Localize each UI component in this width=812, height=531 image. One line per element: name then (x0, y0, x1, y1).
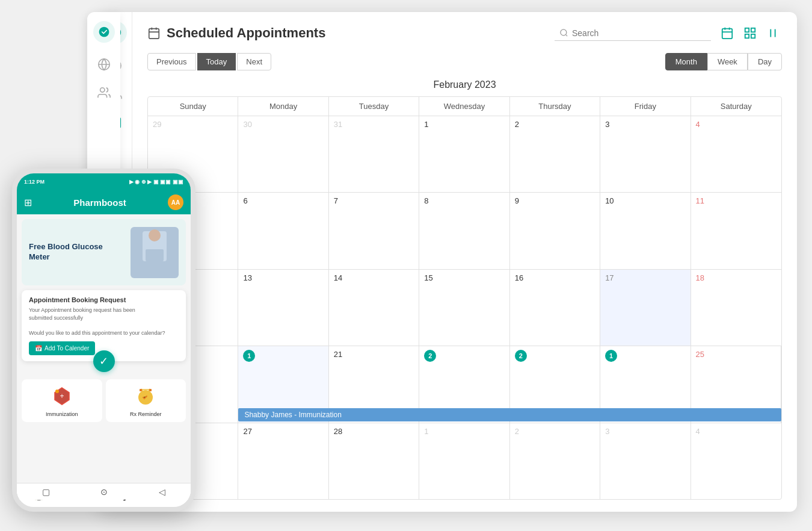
week-view-button[interactable]: Week (707, 53, 748, 70)
weekday-monday: Monday (238, 97, 328, 116)
badge-feb22: 2 (424, 350, 436, 362)
cell-feb8[interactable]: 8 (419, 193, 509, 269)
logo-small (93, 21, 115, 43)
previous-button[interactable]: Previous (147, 53, 196, 70)
weekday-saturday: Saturday (691, 97, 781, 116)
svg-rect-9 (149, 389, 152, 391)
cell-feb28[interactable]: 28 (329, 423, 419, 499)
weekday-thursday: Thursday (510, 97, 600, 116)
svg-rect-28 (751, 28, 755, 32)
android-circle[interactable]: ⊙ (100, 487, 108, 497)
svg-rect-30 (751, 34, 755, 38)
header-right (555, 24, 782, 42)
svg-point-21 (561, 30, 567, 36)
svg-line-22 (565, 34, 567, 36)
calendar-controls: Previous Today Next Month Week Day (147, 53, 782, 70)
calendar-icon-btn: 📅 (35, 345, 42, 352)
android-back[interactable]: ◁ (159, 487, 165, 497)
page-title: Scheduled Appointments (167, 25, 325, 41)
sidebar-users-icon[interactable] (97, 86, 111, 99)
promo-banner: Free Blood Glucose Meter (22, 219, 186, 285)
cell-feb17[interactable]: 17 (600, 270, 691, 346)
calendar-header-row: Sunday Monday Tuesday Wednesday Thursday… (148, 97, 781, 116)
today-button[interactable]: Today (197, 53, 236, 70)
calendar-week-2: 5 6 7 8 9 10 11 (148, 193, 781, 269)
immunization-card[interactable]: + Immunization (22, 379, 102, 422)
rx-reminder-card[interactable]: Rx Reminder (106, 379, 186, 422)
cell-mar2[interactable]: 2 (510, 423, 600, 499)
svg-text:+: + (60, 392, 64, 400)
desktop-app: Scheduled Appointments (99, 12, 797, 512)
cell-feb13[interactable]: 13 (238, 270, 328, 346)
event-shabby-james[interactable]: Shabby James - Immunization (238, 408, 781, 421)
status-icons: ▶ ◉ ⊕ ▶ ▣ ▣▣ ▣▣ (129, 179, 183, 185)
calendar-week-4: 19 1 21 2 (148, 346, 781, 423)
search-input[interactable] (572, 28, 706, 38)
cell-feb11[interactable]: 11 (691, 193, 781, 269)
calendar-body: 29 30 31 1 2 3 4 5 6 7 8 9 10 11 (148, 116, 781, 499)
cell-feb4[interactable]: 4 (691, 116, 781, 192)
month-view-button[interactable]: Month (665, 53, 707, 70)
cell-feb18[interactable]: 18 (691, 270, 781, 346)
cell-mar4[interactable]: 4 (691, 423, 781, 499)
svg-rect-8 (140, 389, 142, 391)
cell-feb1[interactable]: 1 (419, 116, 509, 192)
svg-point-1 (100, 88, 104, 92)
promo-text: Free Blood Glucose Meter (29, 242, 126, 262)
phone-status-bar: 1:12 PM ▶ ◉ ⊕ ▶ ▣ ▣▣ ▣▣ (17, 173, 191, 190)
cell-feb6[interactable]: 6 (238, 193, 328, 269)
view-buttons: Month Week Day (665, 53, 782, 70)
header: Scheduled Appointments (147, 24, 782, 42)
calendar-view-icon[interactable] (718, 24, 736, 42)
cell-feb7[interactable]: 7 (329, 193, 419, 269)
calendar-title-icon (147, 26, 161, 40)
sidebar-globe-icon[interactable] (97, 58, 111, 71)
svg-rect-23 (722, 29, 733, 39)
cell-feb2[interactable]: 2 (510, 116, 600, 192)
pause-icon[interactable] (764, 24, 782, 42)
next-button[interactable]: Next (237, 53, 271, 70)
nav-buttons: Previous Today Next (147, 53, 271, 70)
android-square[interactable]: ▢ (42, 487, 50, 497)
cell-feb27[interactable]: 27 (238, 423, 328, 499)
badge-feb20: 1 (243, 350, 255, 362)
calendar-week-3: 12 13 14 15 16 17 18 (148, 270, 781, 346)
cell-feb16[interactable]: 16 (510, 270, 600, 346)
weekday-tuesday: Tuesday (329, 97, 419, 116)
add-calendar-button[interactable]: 📅 Add To Calender (29, 341, 95, 355)
cell-feb3[interactable]: 3 (600, 116, 691, 192)
immunization-icon: + (50, 384, 74, 408)
header-icons (718, 24, 782, 42)
day-view-button[interactable]: Day (748, 53, 782, 70)
phone-mockup: 1:12 PM ▶ ◉ ⊕ ▶ ▣ ▣▣ ▣▣ ⊞ Pharmboost AA … (12, 169, 195, 512)
partial-sidebar (87, 12, 120, 181)
cell-mar3[interactable]: 3 (600, 423, 691, 499)
grid-icon[interactable]: ⊞ (24, 197, 32, 208)
month-title: February 2023 (147, 79, 782, 90)
weekday-friday: Friday (600, 97, 691, 116)
svg-rect-4 (146, 249, 164, 261)
cell-feb15[interactable]: 15 (419, 270, 509, 346)
main-content: Scheduled Appointments (132, 12, 797, 512)
booking-desc: Your Appointment booking request has bee… (29, 306, 179, 337)
header-left: Scheduled Appointments (147, 25, 325, 41)
svg-rect-29 (745, 34, 749, 38)
calendar-week-1: 29 30 31 1 2 3 4 (148, 116, 781, 193)
badge-feb23: 2 (515, 350, 527, 362)
phone-body: Free Blood Glucose Meter Appointment Boo… (17, 214, 191, 483)
cell-feb14[interactable]: 14 (329, 270, 419, 346)
calendar-week-5: 26 1 27 28 1 2 3 4 (148, 423, 781, 499)
cell-jan31[interactable]: 31 (329, 116, 419, 192)
cell-feb10[interactable]: 10 (600, 193, 691, 269)
badge-feb24: 1 (605, 350, 617, 362)
booking-title: Appointment Booking Request (29, 296, 179, 303)
today-number: 17 (605, 273, 614, 282)
grid-view-icon[interactable] (741, 24, 759, 42)
cell-feb9[interactable]: 9 (510, 193, 600, 269)
services-section: + Immunization (22, 379, 186, 422)
app-name-label: Pharmboost (73, 197, 126, 208)
promo-image (131, 227, 179, 278)
cell-mar1[interactable]: 1 (419, 423, 509, 499)
svg-rect-27 (745, 28, 749, 32)
cell-jan30[interactable]: 30 (238, 116, 328, 192)
